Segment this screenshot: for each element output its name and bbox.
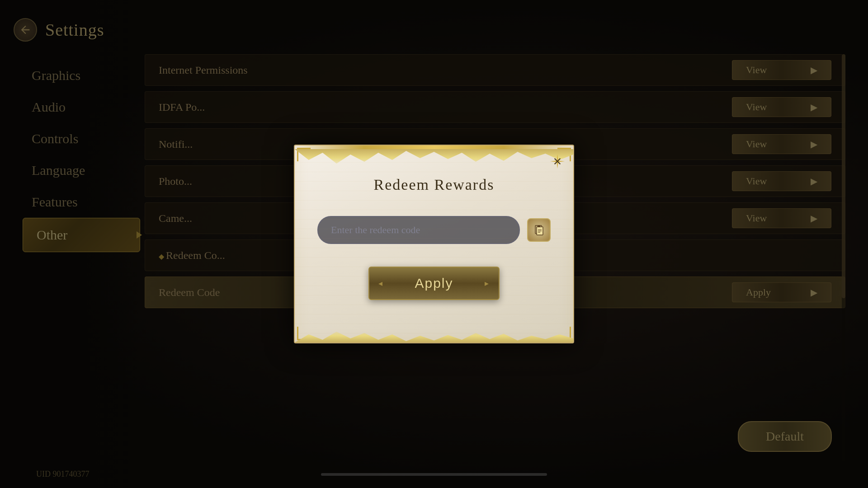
modal-title-area: Redeem Rewards	[295, 167, 573, 198]
redeem-code-input[interactable]	[317, 216, 520, 244]
redeem-modal: Redeem Rewards	[294, 145, 574, 343]
modal-close-button[interactable]	[548, 152, 566, 170]
input-row	[317, 216, 551, 244]
modal-overlay: Redeem Rewards	[0, 0, 868, 488]
modal-torn-edge-top	[295, 149, 573, 167]
modal-torn-edge-bottom	[295, 329, 573, 343]
modal-top-decoration	[295, 145, 573, 149]
modal-apply-button[interactable]: Apply	[368, 267, 499, 300]
modal-body: Apply	[295, 198, 573, 323]
svg-rect-4	[538, 225, 540, 227]
modal-title: Redeem Rewards	[374, 176, 495, 193]
paste-button[interactable]	[527, 218, 551, 242]
